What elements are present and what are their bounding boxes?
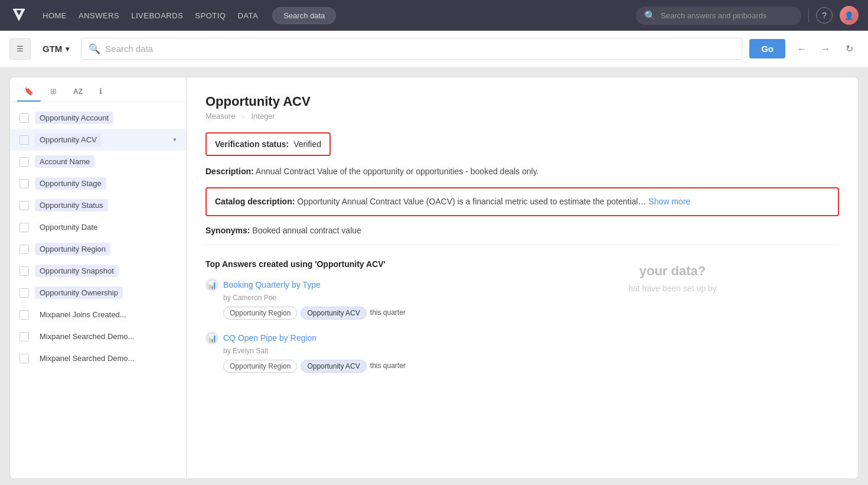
list-item[interactable]: Opportunity Status: [10, 194, 186, 216]
tag: Opportunity ACV: [301, 307, 366, 320]
top-navigation: HOME ANSWERS LIVEBOARDS SPOTIQ DATA Sear…: [0, 0, 868, 31]
list-item[interactable]: Account Name: [10, 151, 186, 172]
column-label[interactable]: Mixpanel Searched Demo...: [35, 352, 139, 364]
svg-marker-0: [13, 9, 25, 21]
column-checkbox[interactable]: [19, 201, 29, 210]
column-label[interactable]: Account Name: [35, 155, 94, 168]
forward-arrow-button[interactable]: →: [816, 40, 835, 58]
help-button[interactable]: ?: [816, 7, 833, 24]
column-label[interactable]: Opportunity Status: [35, 199, 108, 211]
go-button[interactable]: Go: [749, 39, 785, 58]
refresh-button[interactable]: ↻: [840, 40, 859, 58]
synonyms-label: Synonyms:: [205, 226, 250, 235]
column-checkbox[interactable]: [19, 310, 29, 320]
nav-right-section: 🔍 ? 👤: [636, 6, 859, 25]
datasource-label: GTM: [43, 44, 62, 54]
tag: Opportunity Region: [223, 307, 297, 320]
verification-status-box: Verification status: Verified: [205, 132, 331, 156]
list-item[interactable]: Opportunity Region: [10, 238, 186, 260]
back-arrow-button[interactable]: ←: [792, 40, 811, 58]
main-search-box[interactable]: 🔍: [81, 38, 742, 60]
list-item[interactable]: Opportunity Ownership: [10, 282, 186, 304]
background-text: your data? hat have been set up by: [628, 263, 716, 293]
column-checkbox[interactable]: [19, 223, 29, 232]
column-checkbox[interactable]: [19, 266, 29, 276]
nav-links: HOME ANSWERS LIVEBOARDS SPOTIQ DATA: [43, 11, 258, 20]
list-item[interactable]: Opportunity Date: [10, 216, 186, 238]
tag: this quarter: [370, 360, 406, 373]
tab-grid[interactable]: ⊞: [43, 82, 64, 102]
tag: Opportunity Region: [223, 360, 297, 373]
answer-icon: 📊: [205, 331, 218, 344]
left-panel-tabs: 🔖 ⊞ AZ ℹ: [10, 77, 186, 102]
tag: Opportunity ACV: [301, 360, 366, 373]
list-item[interactable]: Mixpanel Searched Demo...: [10, 325, 186, 347]
column-label[interactable]: Mixpanel Searched Demo...: [35, 330, 139, 343]
list-item[interactable]: Opportunity Snapshot: [10, 260, 186, 282]
detail-format: Integer: [251, 112, 275, 121]
hamburger-icon: ☰: [17, 44, 24, 53]
filter-icon[interactable]: ▾: [173, 136, 177, 144]
column-label[interactable]: Opportunity Stage: [35, 177, 106, 190]
hamburger-button[interactable]: ☰: [9, 38, 31, 60]
tab-bookmarks[interactable]: 🔖: [17, 82, 41, 102]
search-answers-box[interactable]: 🔍: [636, 6, 801, 25]
verification-label: Verification status:: [215, 139, 289, 149]
chevron-down-icon: ▾: [66, 45, 69, 53]
column-label[interactable]: Mixpanel Joins Created...: [35, 308, 131, 321]
verification-value: Verified: [293, 139, 321, 149]
column-checkbox[interactable]: [19, 135, 29, 145]
column-label[interactable]: Opportunity Snapshot: [35, 265, 119, 277]
tab-info[interactable]: ℹ: [92, 82, 109, 102]
column-checkbox[interactable]: [19, 354, 29, 363]
column-label[interactable]: Opportunity Date: [35, 221, 102, 233]
tag: this quarter: [370, 307, 406, 320]
list-item[interactable]: Mixpanel Joins Created...: [10, 304, 186, 325]
column-checkbox[interactable]: [19, 245, 29, 254]
main-search-input[interactable]: [105, 44, 735, 54]
nav-liveboards[interactable]: LIVEBOARDS: [131, 11, 183, 20]
search-icon: 🔍: [89, 43, 100, 54]
list-item[interactable]: Opportunity Stage: [10, 172, 186, 194]
column-checkbox[interactable]: [19, 157, 29, 167]
tab-az[interactable]: AZ: [66, 82, 90, 102]
avatar[interactable]: 👤: [840, 6, 859, 25]
description-label: Description:: [205, 167, 254, 176]
search-icon: 🔍: [644, 10, 656, 21]
datasource-selector[interactable]: GTM ▾: [38, 41, 74, 56]
nav-divider: [808, 8, 809, 22]
column-list: Opportunity Account Opportunity ACV ▾ Ac…: [10, 102, 186, 479]
column-checkbox[interactable]: [19, 288, 29, 298]
column-checkbox[interactable]: [19, 332, 29, 341]
list-item[interactable]: Mixpanel Searched Demo...: [10, 347, 186, 369]
search-answers-input[interactable]: [661, 11, 793, 20]
column-label[interactable]: Opportunity Region: [35, 243, 110, 255]
logo-icon[interactable]: [9, 6, 28, 25]
column-checkbox[interactable]: [19, 113, 29, 123]
left-panel: 🔖 ⊞ AZ ℹ Opportunity Account Opportunity…: [9, 77, 187, 479]
nav-answers[interactable]: ANSWERS: [79, 11, 119, 20]
main-content: 🔖 ⊞ AZ ℹ Opportunity Account Opportunity…: [0, 67, 868, 485]
catalog-label: Catalog description:: [215, 197, 295, 206]
answer-icon: 📊: [205, 278, 218, 291]
answer-link[interactable]: CQ Open Pipe by Region: [223, 333, 316, 343]
column-label[interactable]: Opportunity Account: [35, 112, 113, 124]
search-bar-row: ☰ GTM ▾ 🔍 Go ← → ↻: [0, 31, 868, 67]
nav-home[interactable]: HOME: [43, 11, 67, 20]
column-checkbox[interactable]: [19, 179, 29, 188]
column-label[interactable]: Opportunity Ownership: [35, 287, 123, 299]
navigation-arrows: ← → ↻: [792, 40, 859, 58]
nav-spotiq[interactable]: SPOTIQ: [195, 11, 226, 20]
detail-type: Measure: [205, 112, 236, 121]
list-item[interactable]: Opportunity Account: [10, 107, 186, 129]
answer-link[interactable]: Booking Quarterly by Type: [223, 280, 321, 289]
list-item[interactable]: Opportunity ACV ▾: [10, 129, 186, 151]
nav-data[interactable]: DATA: [237, 11, 258, 20]
search-center-button[interactable]: Search data: [272, 7, 336, 24]
background-panel: your data? hat have been set up by: [487, 77, 859, 479]
synonyms-text: Booked annual contract value: [252, 226, 361, 235]
column-label[interactable]: Opportunity ACV: [35, 134, 102, 146]
